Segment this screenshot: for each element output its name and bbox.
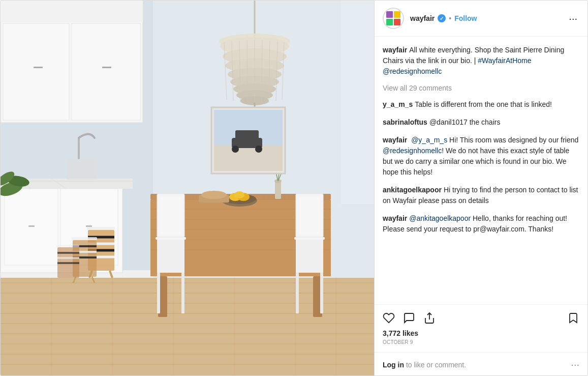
comment-username[interactable]: ankitagoelkapoor (383, 186, 442, 194)
action-icons-row (383, 309, 579, 329)
svg-rect-72 (275, 181, 281, 199)
svg-rect-23 (34, 67, 43, 68)
svg-rect-37 (87, 227, 115, 230)
svg-rect-91 (320, 273, 323, 313)
comments-section: wayfairAll white everything. Shop the Sa… (375, 37, 587, 304)
comment-text: @danil1017 the chairs (429, 118, 501, 126)
footer-more-button[interactable]: ··· (571, 359, 579, 370)
comment-username[interactable]: y_a_m_s (383, 100, 413, 108)
svg-rect-120 (235, 130, 259, 139)
post-date: October 9 (383, 339, 579, 345)
comment-text: @ankitagoelkapoor Hello, thanks for reac… (383, 214, 567, 233)
svg-rect-36 (78, 138, 80, 159)
header-text: wayfair ✓ • Follow (410, 14, 567, 22)
save-button[interactable] (567, 312, 579, 326)
post-info-panel: wayfair ✓ • Follow ··· wayfairAll white … (374, 1, 587, 376)
svg-rect-90 (296, 273, 299, 313)
bookmark-icon (567, 312, 579, 324)
caption-mention[interactable]: @redesignhomellc (383, 67, 442, 75)
svg-rect-85 (181, 273, 184, 313)
svg-rect-132 (394, 19, 400, 25)
svg-rect-93 (299, 198, 320, 234)
svg-rect-33 (28, 225, 35, 227)
svg-rect-22 (72, 23, 140, 120)
svg-rect-130 (394, 11, 400, 18)
view-all-comments[interactable]: View all 29 comments (383, 84, 579, 92)
svg-rect-88 (294, 237, 325, 240)
svg-rect-82 (156, 237, 186, 240)
comment-username[interactable]: wayfair (383, 214, 407, 222)
svg-point-121 (232, 146, 239, 153)
svg-rect-89 (296, 240, 323, 273)
svg-rect-131 (386, 19, 393, 25)
svg-rect-87 (161, 198, 181, 234)
comment-item: wayfair @y_a_m_s Hi! This room was desig… (383, 135, 579, 178)
comment-item: wayfair@ankitagoelkapoor Hello, thanks f… (383, 213, 579, 235)
comment-username[interactable]: wayfair (383, 136, 407, 144)
svg-rect-25 (1, 1, 143, 22)
svg-rect-52 (56, 245, 79, 247)
post-header: wayfair ✓ • Follow ··· (375, 1, 587, 37)
share-icon (423, 312, 436, 324)
svg-rect-35 (67, 158, 97, 180)
comment-button[interactable] (403, 312, 415, 326)
share-button[interactable] (423, 312, 436, 326)
post-caption: wayfairAll white everything. Shop the Sa… (383, 45, 579, 77)
svg-rect-83 (157, 240, 184, 273)
follow-button[interactable]: Follow (454, 14, 477, 22)
heart-icon (383, 312, 395, 324)
svg-rect-21 (3, 23, 69, 120)
more-options-button[interactable]: ··· (567, 13, 579, 24)
svg-rect-34 (86, 225, 92, 227)
avatar[interactable] (383, 8, 404, 29)
caption-hashtag[interactable]: #WayfairAtHome (478, 56, 531, 65)
comment-item: y_a_m_sTable is different from the one t… (383, 99, 579, 110)
svg-rect-118 (214, 146, 283, 171)
comment-icon (403, 312, 415, 324)
svg-rect-129 (386, 11, 393, 18)
post-image (1, 1, 374, 376)
likes-count: 3,772 likes (383, 329, 579, 337)
svg-rect-84 (157, 273, 160, 313)
svg-rect-45 (72, 237, 97, 240)
dot-separator: • (449, 14, 451, 22)
post-actions: 3,772 likes October 9 (375, 304, 587, 352)
svg-rect-24 (102, 67, 111, 68)
svg-point-122 (255, 146, 262, 153)
svg-point-71 (234, 191, 244, 198)
login-link[interactable]: Log in (383, 361, 404, 369)
login-prompt-text: to like or comment. (406, 361, 466, 369)
verified-badge: ✓ (438, 14, 446, 22)
comment-item: ankitagoelkapoorHi trying to find the pe… (383, 185, 579, 206)
login-prompt: Log in to like or comment. (383, 361, 466, 369)
comment-text: Table is different from the one that is … (415, 100, 552, 108)
post-footer: Log in to like or comment. ··· (375, 352, 587, 376)
post-container: wayfair ✓ • Follow ··· wayfairAll white … (0, 0, 588, 376)
comment-username[interactable]: sabrinaloftus (383, 118, 427, 126)
comment-item: sabrinaloftus@danil1017 the chairs (383, 117, 579, 128)
svg-point-81 (201, 191, 227, 199)
svg-rect-123 (341, 1, 374, 204)
caption-text: All white everything. Shop the Saint Pie… (383, 46, 564, 65)
username-header[interactable]: wayfair (410, 14, 435, 22)
like-button[interactable] (383, 312, 395, 326)
caption-username[interactable]: wayfair (383, 46, 407, 54)
